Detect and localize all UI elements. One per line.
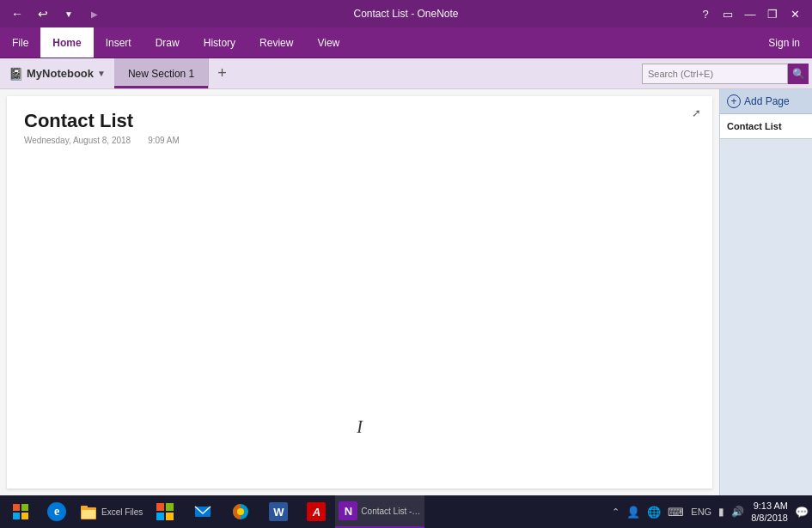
- onenote-label: Contact List - One...: [361, 507, 421, 516]
- add-page-label: Add Page: [744, 95, 790, 107]
- window-title: Contact List - OneNote: [353, 8, 458, 20]
- taskbar-edge[interactable]: e: [38, 495, 76, 528]
- svg-rect-8: [166, 503, 174, 511]
- add-section-icon: +: [217, 64, 227, 82]
- page-title-input[interactable]: [24, 110, 695, 132]
- undo-button[interactable]: ↩: [33, 3, 53, 24]
- svg-rect-3: [21, 513, 28, 519]
- text-cursor[interactable]: I: [357, 417, 363, 437]
- page-meta: Wednesday, August 8, 2018 9:09 AM: [24, 136, 695, 145]
- page-list: + Add Page Contact List: [719, 89, 812, 495]
- help-button[interactable]: ?: [695, 3, 716, 24]
- search-box: 🔍: [642, 58, 809, 88]
- tab-review[interactable]: Review: [247, 27, 305, 58]
- page-content: ➚ Wednesday, August 8, 2018 9:09 AM I: [0, 89, 719, 495]
- restore-button[interactable]: ▭: [717, 3, 738, 24]
- search-button[interactable]: 🔍: [788, 64, 809, 84]
- add-page-icon: +: [727, 94, 741, 108]
- svg-rect-7: [156, 503, 164, 511]
- expand-button[interactable]: ➚: [687, 103, 705, 122]
- tab-insert[interactable]: Insert: [94, 27, 143, 58]
- explorer-icon: [79, 502, 98, 521]
- globe-icon[interactable]: 🌐: [647, 506, 661, 519]
- notification-icon[interactable]: 💬: [795, 506, 809, 519]
- speaker-icon[interactable]: 🔊: [731, 506, 744, 518]
- taskbar-mail[interactable]: [184, 495, 222, 528]
- tray-expand-icon[interactable]: ⌃: [612, 507, 620, 518]
- add-page-button[interactable]: + Add Page: [720, 89, 812, 114]
- forward-button[interactable]: ▶: [84, 3, 105, 24]
- word-icon: W: [269, 502, 288, 521]
- title-bar-left: ← ↩ ▼ ▶: [7, 3, 105, 24]
- notebook-selector[interactable]: 📓 MyNotebook ▼: [0, 58, 114, 88]
- edge-icon: e: [47, 502, 66, 521]
- back-button[interactable]: ←: [7, 3, 27, 24]
- start-button[interactable]: [3, 495, 38, 528]
- taskbar-word[interactable]: W: [259, 495, 297, 528]
- acrobat-icon: A: [307, 502, 326, 521]
- sections-area: New Section 1 +: [114, 58, 642, 88]
- qat-dropdown[interactable]: ▼: [58, 3, 79, 24]
- maximize-button[interactable]: ❐: [762, 3, 783, 24]
- taskbar-time[interactable]: 9:13 AM 8/8/2018: [751, 500, 788, 525]
- svg-rect-10: [166, 513, 174, 520]
- main-area: ➚ Wednesday, August 8, 2018 9:09 AM I + …: [0, 89, 812, 495]
- notebook-dropdown-icon: ▼: [97, 69, 106, 78]
- keyboard-lang-icon[interactable]: ⌨: [668, 506, 684, 519]
- store-icon: [156, 502, 174, 521]
- taskbar-acrobat[interactable]: A: [297, 495, 335, 528]
- close-button[interactable]: ✕: [785, 3, 805, 24]
- taskbar-explorer[interactable]: Excel Files: [76, 495, 146, 528]
- section-tab-new-section-1[interactable]: New Section 1: [114, 58, 209, 88]
- taskbar: e Excel Files: [0, 495, 812, 528]
- title-bar: ← ↩ ▼ ▶ Contact List - OneNote ? ▭ — ❐ ✕: [0, 0, 812, 27]
- tab-history[interactable]: History: [192, 27, 247, 58]
- svg-rect-9: [156, 513, 164, 520]
- explorer-label: Excel Files: [101, 507, 143, 517]
- title-bar-controls: ? ▭ — ❐ ✕: [695, 3, 805, 24]
- page-time: 9:09 AM: [148, 136, 180, 145]
- firefox-icon: [231, 502, 250, 521]
- notebook-icon: 📓: [9, 67, 23, 81]
- svg-rect-1: [21, 504, 28, 511]
- svg-point-13: [237, 508, 244, 515]
- section-label: New Section 1: [128, 68, 194, 80]
- page-list-item[interactable]: Contact List: [720, 114, 812, 139]
- tab-draw[interactable]: Draw: [143, 27, 192, 58]
- clock-date: 8/8/2018: [751, 512, 788, 524]
- sign-in-button[interactable]: Sign in: [756, 37, 812, 49]
- lang-label[interactable]: ENG: [691, 507, 711, 517]
- user-icon[interactable]: 👤: [626, 506, 640, 519]
- network-icon[interactable]: ▮: [718, 506, 724, 518]
- add-section-button[interactable]: +: [209, 58, 235, 88]
- mail-icon: [193, 502, 212, 521]
- page-date: Wednesday, August 8, 2018: [24, 136, 131, 145]
- tab-file[interactable]: File: [0, 27, 40, 58]
- tab-view[interactable]: View: [305, 27, 351, 58]
- page-item-label: Contact List: [727, 121, 782, 131]
- svg-rect-2: [13, 513, 20, 519]
- svg-rect-0: [13, 504, 20, 511]
- taskbar-store[interactable]: [146, 495, 184, 528]
- taskbar-onenote[interactable]: N Contact List - One...: [335, 495, 424, 528]
- cursor-symbol: I: [357, 417, 363, 436]
- tab-home[interactable]: Home: [40, 27, 93, 58]
- svg-rect-6: [82, 510, 95, 519]
- onenote-icon: N: [339, 501, 357, 520]
- search-input[interactable]: [642, 64, 788, 84]
- minimize-button[interactable]: —: [740, 3, 760, 24]
- svg-rect-5: [81, 506, 88, 509]
- system-tray: ⌃ 👤 🌐 ⌨ ENG ▮ 🔊 9:13 AM 8/8/2018 💬: [612, 500, 809, 525]
- notebook-bar: 📓 MyNotebook ▼ New Section 1 + 🔍: [0, 58, 812, 89]
- clock-time: 9:13 AM: [751, 500, 788, 512]
- page-area: ➚ Wednesday, August 8, 2018 9:09 AM I: [7, 96, 712, 489]
- ribbon: File Home Insert Draw History Review Vie…: [0, 27, 812, 58]
- notebook-name: MyNotebook: [27, 67, 94, 80]
- taskbar-firefox[interactable]: [222, 495, 259, 528]
